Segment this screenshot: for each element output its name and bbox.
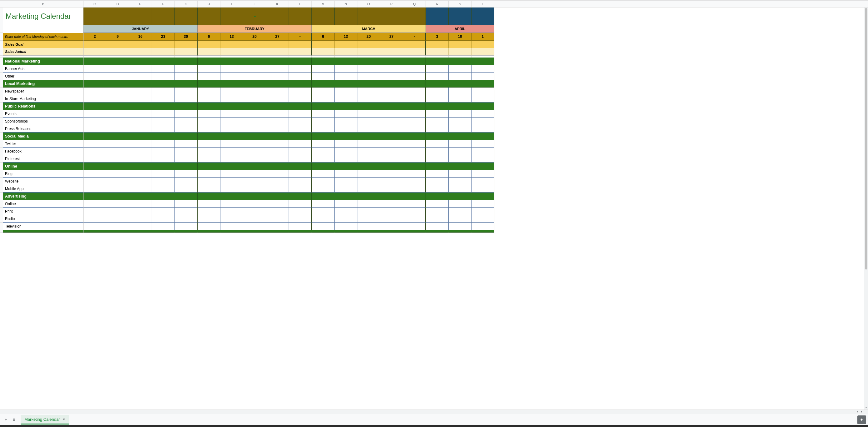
data-cell[interactable] (152, 155, 175, 163)
data-cell[interactable] (106, 140, 129, 147)
data-cell[interactable] (106, 207, 129, 215)
data-cell[interactable] (471, 147, 494, 155)
data-cell[interactable] (380, 185, 403, 193)
data-cell[interactable] (358, 88, 380, 95)
section-header-cell[interactable] (471, 163, 494, 170)
data-cell[interactable] (380, 207, 403, 215)
section-header-cell[interactable] (129, 193, 152, 200)
data-cell[interactable] (106, 170, 129, 177)
sales-actual-cell[interactable] (449, 48, 471, 56)
week-date-cell[interactable]: 13 (335, 33, 358, 41)
data-cell[interactable] (471, 185, 494, 193)
section-header-cell[interactable] (358, 133, 380, 140)
data-cell[interactable] (380, 223, 403, 230)
data-cell[interactable] (312, 110, 335, 118)
month-header-january[interactable]: JANUARY (84, 25, 197, 33)
data-cell[interactable] (84, 207, 106, 215)
section-header-cell[interactable] (449, 133, 471, 140)
data-cell[interactable] (426, 118, 449, 125)
data-cell[interactable] (380, 88, 403, 95)
data-cell[interactable] (358, 65, 380, 72)
section-header-cell[interactable] (220, 193, 243, 200)
data-cell[interactable] (358, 140, 380, 147)
section-header-cell[interactable] (358, 58, 380, 65)
data-cell[interactable] (358, 215, 380, 223)
sales-actual-cell[interactable] (289, 48, 312, 56)
data-cell[interactable] (449, 72, 471, 80)
data-cell[interactable] (175, 207, 197, 215)
data-cell[interactable] (471, 177, 494, 185)
data-cell[interactable] (266, 215, 289, 223)
data-cell[interactable] (426, 215, 449, 223)
section-header-cell[interactable] (449, 163, 471, 170)
data-cell[interactable] (266, 223, 289, 230)
section-header-cell[interactable] (335, 58, 358, 65)
data-cell[interactable] (220, 72, 243, 80)
section-header-cell[interactable] (380, 58, 403, 65)
data-cell[interactable] (175, 155, 197, 163)
data-cell[interactable] (84, 95, 106, 102)
data-cell[interactable] (358, 72, 380, 80)
data-cell[interactable] (449, 140, 471, 147)
scroll-left-arrow[interactable]: ◄ (856, 410, 859, 413)
section-header-cell[interactable] (312, 102, 335, 110)
data-cell[interactable] (380, 110, 403, 118)
data-cell[interactable] (129, 147, 152, 155)
sales-goal-cell[interactable] (426, 41, 449, 48)
month-header-february[interactable]: FEBRUARY (197, 25, 312, 33)
sales-goal-cell[interactable] (403, 41, 426, 48)
data-cell[interactable] (358, 200, 380, 207)
section-header-cell[interactable] (220, 58, 243, 65)
data-cell[interactable] (312, 155, 335, 163)
data-cell[interactable] (84, 223, 106, 230)
section-header-cell[interactable] (403, 193, 426, 200)
column-header-O[interactable]: O (358, 1, 380, 7)
data-cell[interactable] (358, 155, 380, 163)
data-cell[interactable] (403, 207, 426, 215)
data-cell[interactable] (312, 223, 335, 230)
sales-actual-cell[interactable] (175, 48, 197, 56)
data-cell[interactable] (380, 155, 403, 163)
data-cell[interactable] (152, 72, 175, 80)
data-cell[interactable] (471, 215, 494, 223)
data-cell[interactable] (129, 65, 152, 72)
column-header-J[interactable]: J (243, 1, 266, 7)
sales-actual-cell[interactable] (358, 48, 380, 56)
section-header-cell[interactable] (266, 102, 289, 110)
sales-actual-cell[interactable] (129, 48, 152, 56)
section-header-cell[interactable] (266, 58, 289, 65)
data-cell[interactable] (312, 185, 335, 193)
vertical-scrollbar-thumb[interactable] (865, 8, 867, 269)
section-header-cell[interactable] (220, 102, 243, 110)
data-cell[interactable] (106, 118, 129, 125)
section-header-cell[interactable] (106, 133, 129, 140)
section-header-cell[interactable] (129, 102, 152, 110)
data-cell[interactable] (403, 88, 426, 95)
sales-actual-cell[interactable] (106, 48, 129, 56)
section-header-cell[interactable] (403, 133, 426, 140)
sales-actual-cell[interactable] (84, 48, 106, 56)
data-cell[interactable] (129, 207, 152, 215)
section-header-cell[interactable] (312, 133, 335, 140)
data-cell[interactable] (312, 170, 335, 177)
section-header-cell[interactable] (175, 102, 197, 110)
data-cell[interactable] (243, 155, 266, 163)
sheet-tab-menu-caret[interactable]: ▼ (62, 418, 65, 421)
data-cell[interactable] (197, 140, 220, 147)
data-cell[interactable] (380, 147, 403, 155)
data-cell[interactable] (358, 147, 380, 155)
data-cell[interactable] (220, 200, 243, 207)
data-cell[interactable] (312, 140, 335, 147)
section-header-cell[interactable] (220, 80, 243, 88)
sales-actual-cell[interactable] (471, 48, 494, 56)
data-cell[interactable] (266, 88, 289, 95)
all-sheets-button[interactable]: ≡ (10, 416, 18, 424)
sales-goal-cell[interactable] (152, 41, 175, 48)
sales-goal-cell[interactable] (84, 41, 106, 48)
data-cell[interactable] (335, 177, 358, 185)
section-header-cell[interactable] (426, 133, 449, 140)
data-cell[interactable] (358, 177, 380, 185)
section-header-cell[interactable] (449, 193, 471, 200)
sales-goal-cell[interactable] (471, 41, 494, 48)
quarter-1-cell[interactable] (84, 7, 106, 25)
